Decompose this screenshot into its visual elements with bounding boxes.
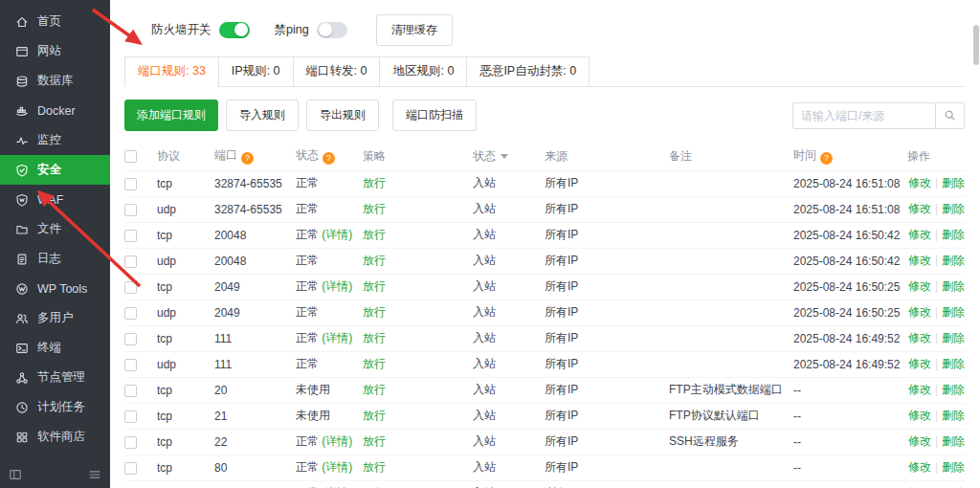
edit-link[interactable]: 修改 [908, 279, 931, 293]
edit-link[interactable]: 修改 [908, 305, 931, 319]
sidebar-item-users[interactable]: 多用户 [0, 303, 110, 333]
website-icon [15, 45, 29, 58]
row-checkbox[interactable] [124, 359, 137, 371]
sidebar-item-database[interactable]: 数据库 [0, 66, 110, 96]
cell-checkbox [124, 196, 157, 222]
sidebar-item-nodes[interactable]: 节点管理 [0, 363, 110, 392]
help-icon[interactable]: ? [323, 152, 335, 165]
row-checkbox[interactable] [124, 307, 137, 320]
users-icon [15, 312, 29, 325]
delete-link[interactable]: 删除 [942, 254, 965, 267]
table-row: tcp22正常 (详情)放行入站所有IPSSH远程服务--修改|删除 [124, 429, 965, 455]
cell-actions: 修改|删除 [907, 480, 965, 488]
chevron-down-icon[interactable] [501, 154, 508, 163]
delete-link[interactable]: 删除 [942, 409, 965, 422]
sidebar-item-files[interactable]: 文件 [0, 214, 110, 244]
sidebar-item-docker[interactable]: Docker [0, 96, 110, 125]
delete-link[interactable]: 删除 [942, 434, 965, 448]
sidebar-item-terminal[interactable]: 终端 [0, 333, 110, 363]
ping-toggle[interactable] [317, 22, 347, 38]
row-checkbox[interactable] [124, 333, 137, 345]
row-checkbox[interactable] [124, 178, 137, 190]
delete-link[interactable]: 删除 [942, 176, 965, 189]
cell-policy: 放行 [363, 455, 473, 480]
sidebar-item-logs[interactable]: 日志 [0, 244, 110, 274]
row-checkbox[interactable] [124, 462, 137, 475]
add-port-rule-button[interactable]: 添加端口规则 [124, 100, 218, 131]
import-rules-button[interactable]: 导入规则 [226, 100, 299, 131]
toggle-knob [234, 23, 248, 36]
row-checkbox[interactable] [124, 410, 137, 423]
cell-protocol: tcp [157, 403, 214, 429]
edit-link[interactable]: 修改 [908, 409, 931, 422]
table-row: tcp20未使用放行入站所有IPFTP主动模式数据端口--修改|删除 [124, 377, 965, 403]
sidebar-item-home[interactable]: 首页 [0, 7, 110, 36]
table-row: udp20048正常放行入站所有IP2025-08-24 16:50:42修改|… [124, 248, 965, 274]
tab-port-rules[interactable]: 端口规则: 33 [124, 56, 219, 87]
sidebar-item-cron[interactable]: 计划任务 [0, 392, 110, 422]
row-checkbox[interactable] [124, 204, 137, 216]
delete-link[interactable]: 删除 [942, 228, 965, 241]
row-checkbox[interactable] [124, 436, 137, 449]
edit-link[interactable]: 修改 [908, 202, 931, 215]
delete-link[interactable]: 删除 [942, 305, 965, 319]
tab-port-forward[interactable]: 端口转发: 0 [293, 56, 381, 87]
sidebar-item-store[interactable]: 软件商店 [0, 422, 110, 452]
edit-link[interactable]: 修改 [908, 331, 931, 344]
delete-link[interactable]: 删除 [942, 383, 965, 396]
menu-collapse-icon[interactable] [88, 468, 101, 481]
row-checkbox[interactable] [124, 385, 137, 397]
cell-checkbox [124, 351, 157, 377]
delete-link[interactable]: 删除 [942, 202, 965, 215]
edit-link[interactable]: 修改 [908, 434, 931, 448]
sidebar-item-waf[interactable]: WAF [0, 185, 110, 214]
edit-link[interactable]: 修改 [908, 228, 931, 241]
tab-ip-rules[interactable]: IP规则: 0 [218, 56, 294, 87]
cell-source: 所有IP [545, 170, 669, 196]
help-icon[interactable]: ? [820, 152, 833, 165]
clear-cache-button[interactable]: 清理缓存 [376, 14, 453, 46]
cell-policy: 放行 [363, 274, 473, 299]
delete-link[interactable]: 删除 [942, 460, 965, 474]
cell-source: 所有IP [545, 196, 669, 222]
cell-note [669, 170, 793, 196]
tab-ip-autoban[interactable]: 恶意IP自动封禁: 0 [466, 56, 590, 87]
edit-link[interactable]: 修改 [908, 176, 931, 189]
cell-source: 所有IP [545, 351, 669, 377]
cell-port: 20048 [214, 222, 296, 248]
edit-link[interactable]: 修改 [908, 460, 931, 474]
detail-link[interactable]: (详情) [322, 279, 352, 293]
detail-link[interactable]: (详情) [322, 434, 352, 448]
select-all-checkbox[interactable] [124, 150, 137, 163]
scrollbar-thumb[interactable] [973, 25, 979, 65]
search-button[interactable] [936, 102, 965, 129]
table-row: tcp443正常 (详情)放行入站所有IP--修改|删除 [124, 480, 965, 488]
row-checkbox[interactable] [124, 281, 137, 294]
sidebar-item-wp-tools[interactable]: WP Tools [0, 274, 110, 303]
search-input[interactable] [792, 102, 936, 129]
detail-link[interactable]: (详情) [322, 228, 352, 241]
cell-protocol: tcp [157, 325, 214, 351]
delete-link[interactable]: 删除 [942, 279, 965, 293]
row-checkbox[interactable] [124, 255, 137, 268]
layout-toggle-icon[interactable] [9, 468, 22, 481]
cell-note: FTP协议默认端口 [669, 403, 793, 429]
delete-link[interactable]: 删除 [942, 331, 965, 344]
export-rules-button[interactable]: 导出规则 [306, 100, 379, 131]
detail-link[interactable]: (详情) [322, 460, 352, 474]
port-scan-button[interactable]: 端口防扫描 [392, 100, 477, 131]
detail-link[interactable]: (详情) [322, 331, 352, 344]
sidebar-item-website[interactable]: 网站 [0, 36, 110, 66]
edit-link[interactable]: 修改 [908, 254, 931, 267]
edit-link[interactable]: 修改 [908, 383, 931, 396]
firewall-toggle[interactable] [219, 22, 250, 38]
sidebar-item-security[interactable]: 安全 [0, 155, 110, 185]
sidebar-item-monitor[interactable]: 监控 [0, 125, 110, 155]
row-checkbox[interactable] [124, 230, 137, 242]
cell-actions: 修改|删除 [907, 222, 965, 248]
cell-direction: 入站 [473, 222, 545, 248]
tab-region-rules[interactable]: 地区规则: 0 [379, 56, 467, 87]
delete-link[interactable]: 删除 [942, 357, 965, 370]
edit-link[interactable]: 修改 [908, 357, 931, 370]
help-icon[interactable]: ? [241, 152, 254, 165]
